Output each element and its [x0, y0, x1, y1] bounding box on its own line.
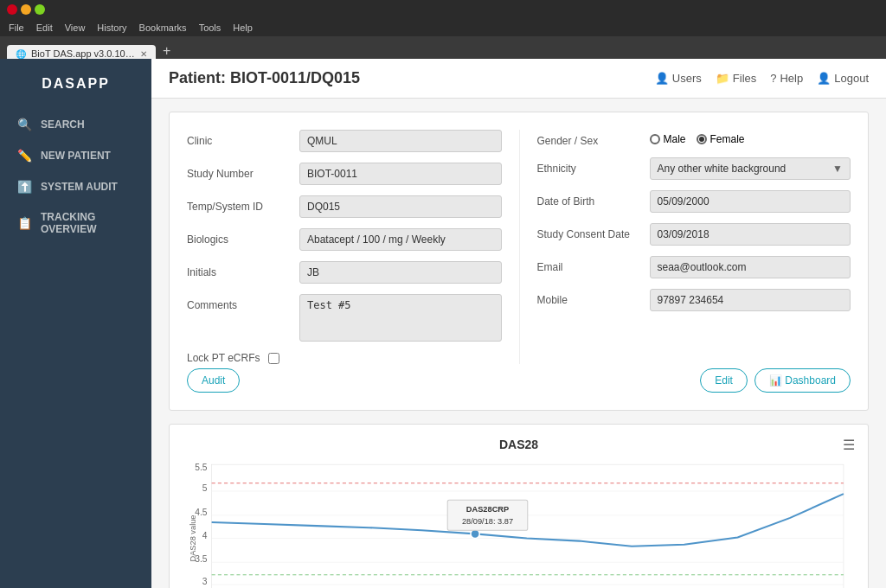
- clinic-label: Clinic: [187, 130, 299, 147]
- close-button[interactable]: [7, 4, 17, 15]
- chart-title-bar: DAS28 ☰: [183, 438, 855, 451]
- sidebar-new-patient-label: NEW PATIENT: [41, 150, 111, 162]
- tooltip-title: DAS28CRP: [466, 505, 509, 514]
- email-row: Email: [537, 256, 851, 278]
- initials-row: Initials: [187, 261, 502, 284]
- sidebar: DASAPP 🔍 SEARCH ✏️ NEW PATIENT ⬆️ SYSTEM…: [0, 59, 151, 588]
- title-bar: [0, 0, 886, 19]
- chart-menu-icon[interactable]: ☰: [843, 437, 855, 453]
- sidebar-item-tracking-overview[interactable]: 📋 TRACKING OVERVIEW: [0, 202, 151, 244]
- sidebar-item-search[interactable]: 🔍 SEARCH: [0, 109, 151, 140]
- temp-id-label: Temp/System ID: [187, 195, 299, 213]
- male-label: Male: [664, 133, 686, 145]
- y-label-3: 3: [202, 577, 208, 586]
- sidebar-system-audit-label: SYSTEM AUDIT: [41, 181, 118, 193]
- browser-chrome: File Edit View History Bookmarks Tools H…: [0, 0, 886, 59]
- biologics-input[interactable]: [299, 228, 502, 251]
- dob-row: Date of Birth: [537, 190, 851, 213]
- menu-edit[interactable]: Edit: [31, 21, 58, 35]
- menu-view[interactable]: View: [60, 21, 91, 35]
- sidebar-item-system-audit[interactable]: ⬆️ SYSTEM AUDIT: [0, 171, 151, 202]
- form-right: Gender / Sex Male Female: [519, 130, 851, 364]
- header-actions: 👤 Users 📁 Files ? Help 👤 Logout: [655, 72, 869, 85]
- tab-title: BioT DAS.app v3.0.10 RC Patie...: [31, 48, 135, 59]
- system-audit-icon: ⬆️: [17, 180, 32, 194]
- sidebar-item-new-patient[interactable]: ✏️ NEW PATIENT: [0, 140, 151, 171]
- minimize-button[interactable]: [21, 4, 31, 15]
- chart-title: DAS28: [499, 438, 538, 451]
- consent-date-input[interactable]: [650, 223, 851, 246]
- temp-id-input[interactable]: [299, 195, 502, 218]
- page-title: Patient: BIOT-0011/DQ015: [169, 69, 360, 87]
- y-label-5_5: 5.5: [195, 463, 208, 472]
- ethnicity-value: Any other white background: [658, 163, 786, 175]
- search-icon: 🔍: [17, 118, 32, 131]
- gender-male-option[interactable]: Male: [650, 133, 686, 145]
- files-icon: 📁: [716, 72, 729, 85]
- lock-checkbox[interactable]: [268, 353, 279, 364]
- consent-date-row: Study Consent Date: [537, 223, 851, 246]
- window-controls: [7, 4, 45, 15]
- files-link[interactable]: 📁 Files: [716, 72, 756, 85]
- menu-file[interactable]: File: [3, 21, 29, 35]
- help-icon: ?: [770, 72, 776, 85]
- audit-button[interactable]: Audit: [187, 368, 240, 393]
- mobile-row: Mobile: [537, 289, 851, 311]
- initials-input[interactable]: [299, 261, 502, 284]
- female-label: Female: [710, 133, 745, 145]
- gender-radio-group: Male Female: [650, 130, 745, 145]
- comments-input[interactable]: Test #5: [299, 294, 502, 342]
- ethnicity-dropdown-arrow: ▼: [832, 163, 843, 175]
- menu-bar: File Edit View History Bookmarks Tools H…: [0, 19, 886, 36]
- menu-bookmarks[interactable]: Bookmarks: [134, 21, 192, 35]
- page-header: Patient: BIOT-0011/DQ015 👤 Users 📁 Files…: [151, 59, 886, 99]
- sidebar-logo: DASAPP: [0, 67, 151, 109]
- y-label-5: 5: [202, 483, 208, 493]
- dob-input[interactable]: [650, 190, 851, 213]
- chart-wrapper: 5.5 5 4.5 4 3.5 3 DAS28 value: [183, 460, 855, 588]
- patient-form: Clinic Study Number Temp/System ID Biolo…: [169, 112, 869, 411]
- gender-female-option[interactable]: Female: [697, 133, 745, 145]
- initials-label: Initials: [187, 261, 299, 278]
- study-number-row: Study Number: [187, 163, 502, 185]
- gender-label: Gender / Sex: [537, 130, 650, 147]
- menu-history[interactable]: History: [92, 21, 132, 35]
- das28-chart: 5.5 5 4.5 4 3.5 3 DAS28 value: [183, 460, 855, 588]
- logout-link[interactable]: 👤 Logout: [817, 72, 869, 85]
- dashboard-button[interactable]: 📊 Dashboard: [754, 368, 851, 393]
- temp-id-row: Temp/System ID: [187, 195, 502, 218]
- app-container: DASAPP 🔍 SEARCH ✏️ NEW PATIENT ⬆️ SYSTEM…: [0, 59, 886, 588]
- y-label-4: 4: [202, 531, 208, 540]
- study-number-input[interactable]: [299, 163, 502, 185]
- y-axis-title: DAS28 value: [189, 515, 197, 562]
- main-content: Patient: BIOT-0011/DQ015 👤 Users 📁 Files…: [151, 59, 886, 588]
- mobile-label: Mobile: [537, 289, 650, 306]
- gender-row: Gender / Sex Male Female: [537, 130, 851, 147]
- logout-icon: 👤: [817, 72, 831, 85]
- clinic-row: Clinic: [187, 130, 502, 152]
- clinic-input[interactable]: [299, 130, 502, 152]
- ethnicity-label: Ethnicity: [537, 157, 650, 175]
- edit-button[interactable]: Edit: [700, 368, 748, 393]
- actions-right: Edit 📊 Dashboard: [700, 368, 851, 393]
- comments-label: Comments: [187, 294, 299, 311]
- female-radio[interactable]: [697, 134, 707, 144]
- mobile-input[interactable]: [650, 289, 851, 311]
- biologics-label: Biologics: [187, 228, 299, 246]
- menu-tools[interactable]: Tools: [194, 21, 227, 35]
- dashboard-icon: 📊: [769, 374, 782, 387]
- users-link[interactable]: 👤 Users: [655, 72, 702, 85]
- tab-close-button[interactable]: ✕: [140, 49, 147, 59]
- actions-row: Audit Edit 📊 Dashboard: [187, 364, 851, 393]
- male-radio[interactable]: [650, 134, 660, 144]
- maximize-button[interactable]: [35, 4, 45, 15]
- comments-row: Comments Test #5: [187, 294, 502, 342]
- consent-date-label: Study Consent Date: [537, 223, 650, 240]
- help-link[interactable]: ? Help: [770, 72, 803, 85]
- sidebar-tracking-overview-label: TRACKING OVERVIEW: [41, 211, 134, 235]
- ethnicity-select[interactable]: Any other white background ▼: [650, 157, 851, 180]
- menu-help[interactable]: Help: [228, 21, 258, 35]
- lock-label: Lock PT eCRFs: [187, 352, 260, 364]
- sidebar-search-label: SEARCH: [41, 118, 85, 131]
- email-input[interactable]: [650, 256, 851, 278]
